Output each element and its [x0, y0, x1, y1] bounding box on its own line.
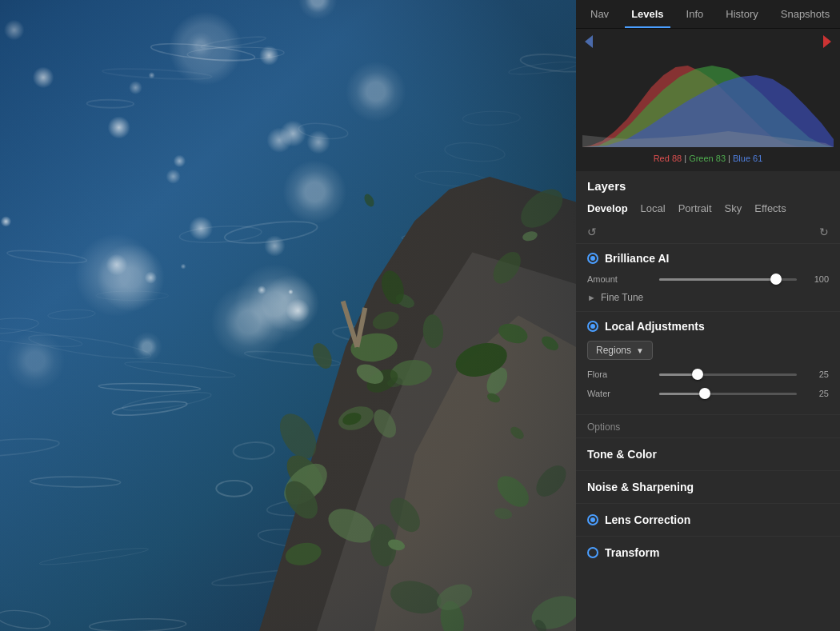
- noise-sharpening-header[interactable]: Noise & Sharpening: [576, 471, 840, 503]
- sub-tab-effects[interactable]: Effects: [754, 201, 786, 218]
- regions-chevron-icon: ▼: [636, 346, 644, 355]
- brilliance-ai-title: Brilliance AI: [605, 252, 669, 265]
- amount-slider-row: Amount 100: [587, 273, 829, 286]
- tone-color-title: Tone & Color: [587, 448, 657, 461]
- water-slider-row: Water 25: [587, 387, 829, 400]
- local-adjustments-section: Local Adjustments Regions ▼ Flora 25: [576, 312, 840, 415]
- brilliance-ai-section: Brilliance AI Amount 100 ► Fine Tune: [576, 244, 840, 312]
- histogram-chart: [582, 51, 834, 147]
- lens-correction-section: Lens Correction: [576, 503, 840, 536]
- histogram-highlight-icon[interactable]: [821, 35, 834, 48]
- histogram-blue-label: Blue: [733, 154, 750, 163]
- lens-correction-radio[interactable]: [587, 514, 598, 525]
- nav-tab-snapshots[interactable]: Snapshots: [774, 5, 836, 28]
- flora-slider-row: Flora 25: [587, 368, 829, 381]
- photo-canvas: [0, 0, 576, 631]
- top-nav: Nav Levels Info History Snapshots: [576, 0, 840, 29]
- transform-radio[interactable]: [587, 547, 598, 558]
- toolbar-row: ↺ ↻: [576, 221, 840, 244]
- histogram-red-value: 88: [672, 154, 682, 163]
- layers-header: Layers: [576, 171, 840, 198]
- local-adj-title: Local Adjustments: [605, 320, 705, 333]
- nav-tab-levels[interactable]: Levels: [625, 5, 670, 28]
- brilliance-ai-radio[interactable]: [587, 253, 598, 264]
- water-label: Water: [587, 389, 659, 398]
- amount-value: 100: [803, 274, 829, 284]
- layers-add-icon[interactable]: ↺: [587, 226, 597, 238]
- options-label: Options: [576, 415, 840, 437]
- nav-tab-history[interactable]: History: [719, 5, 764, 28]
- layers-reset-icon[interactable]: ↻: [819, 226, 829, 238]
- sub-tab-local[interactable]: Local: [641, 201, 666, 218]
- amount-label: Amount: [587, 274, 659, 284]
- sub-tab-develop[interactable]: Develop: [587, 201, 628, 218]
- sub-tab-sky[interactable]: Sky: [725, 201, 742, 218]
- nav-tab-info[interactable]: Info: [680, 5, 710, 28]
- sub-tab-portrait[interactable]: Portrait: [678, 201, 712, 218]
- histogram-green-label: Green: [689, 154, 714, 163]
- fine-tune-chevron-icon: ►: [587, 293, 596, 302]
- sub-tabs: Develop Local Portrait Sky Effects: [576, 198, 840, 221]
- transform-header[interactable]: Transform: [576, 537, 840, 569]
- flora-value: 25: [803, 369, 829, 379]
- regions-button[interactable]: Regions ▼: [587, 341, 653, 360]
- fine-tune-row[interactable]: ► Fine Tune: [587, 292, 829, 303]
- histogram-values: Red 88 | Green 83 | Blue 61: [582, 150, 834, 165]
- histogram-blue-value: 61: [753, 154, 762, 163]
- lens-correction-header[interactable]: Lens Correction: [576, 504, 840, 536]
- fine-tune-label: Fine Tune: [601, 292, 643, 303]
- tone-color-section: Tone & Color: [576, 437, 840, 470]
- regions-label: Regions: [596, 345, 631, 356]
- transform-section: Transform: [576, 536, 840, 569]
- amount-slider[interactable]: [659, 273, 797, 286]
- histogram-red-label: Red: [654, 154, 670, 163]
- histogram-area: Red 88 | Green 83 | Blue 61: [576, 29, 840, 171]
- lens-correction-title: Lens Correction: [605, 513, 690, 526]
- histogram-green-value: 83: [716, 154, 726, 163]
- histogram-shadow-icon[interactable]: [582, 35, 595, 48]
- right-panel: Nav Levels Info History Snapshots Red: [576, 0, 840, 631]
- tone-color-header[interactable]: Tone & Color: [576, 438, 840, 470]
- panel-scroll[interactable]: Layers Develop Local Portrait Sky Effect…: [576, 171, 840, 631]
- flora-slider[interactable]: [659, 368, 797, 381]
- water-slider[interactable]: [659, 387, 797, 400]
- noise-sharpening-section: Noise & Sharpening: [576, 470, 840, 503]
- local-adj-radio[interactable]: [587, 321, 598, 332]
- flora-label: Flora: [587, 369, 659, 379]
- water-value: 25: [803, 389, 829, 398]
- transform-title: Transform: [605, 546, 659, 559]
- noise-sharpening-title: Noise & Sharpening: [587, 481, 694, 493]
- nav-tab-nav[interactable]: Nav: [584, 5, 615, 28]
